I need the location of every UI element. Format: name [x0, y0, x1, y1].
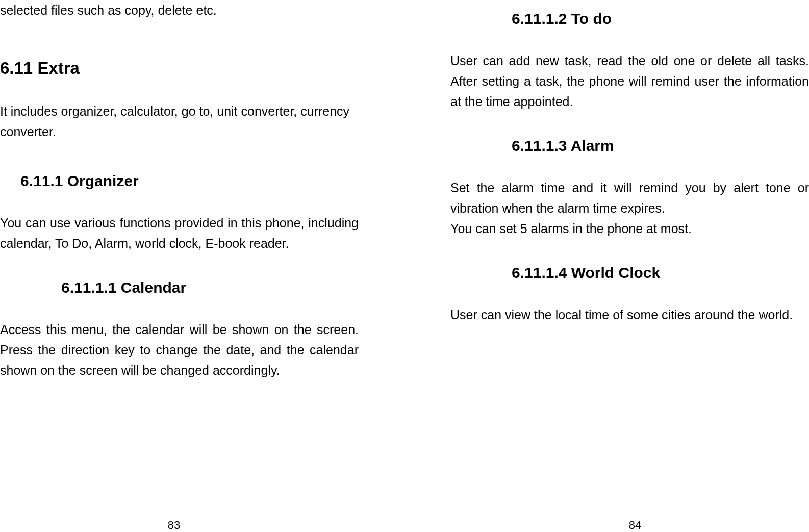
heading-todo: 6.11.1.2 To do	[450, 10, 809, 28]
heading-alarm: 6.11.1.3 Alarm	[450, 137, 809, 155]
heading-worldclock: 6.11.1.4 World Clock	[450, 264, 809, 282]
body-calendar: Access this menu, the calendar will be s…	[0, 319, 359, 381]
opening-line: selected files such as copy, delete etc.	[0, 0, 359, 20]
heading-extra: 6.11 Extra	[0, 59, 359, 78]
page-number-right: 84	[629, 519, 641, 532]
body-alarm-1: Set the alarm time and it will remind yo…	[450, 178, 809, 218]
body-extra: It includes organizer, calculator, go to…	[0, 101, 359, 142]
heading-calendar: 6.11.1.1 Calendar	[0, 279, 359, 296]
page-number-left: 83	[168, 519, 180, 532]
heading-organizer: 6.11.1 Organizer	[0, 172, 359, 190]
body-worldclock: User can view the local time of some cit…	[450, 305, 809, 325]
right-page: 6.11.1.2 To do User can add new task, re…	[404, 0, 809, 532]
left-page: selected files such as copy, delete etc.…	[0, 0, 404, 532]
body-todo: User can add new task, read the old one …	[450, 50, 809, 112]
body-alarm-2: You can set 5 alarms in the phone at mos…	[450, 218, 809, 239]
body-organizer: You can use various functions provided i…	[0, 213, 359, 254]
